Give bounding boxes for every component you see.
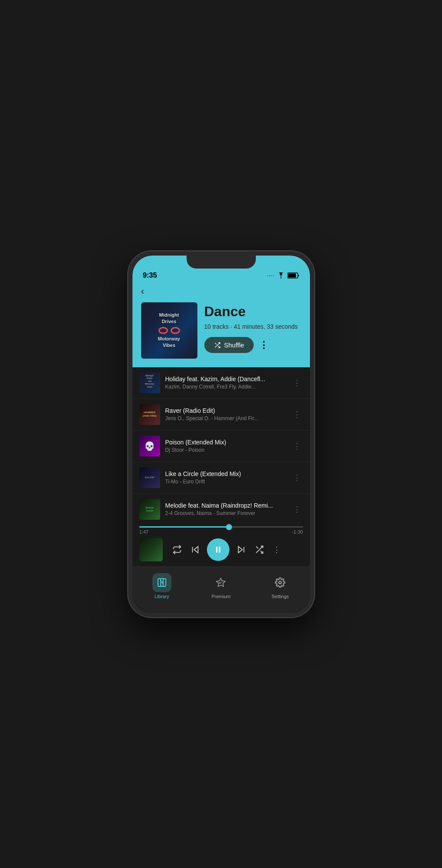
track-info-1: Holiday feat. Kazim, Addie (Dancefl... K…	[165, 376, 286, 390]
premium-icon	[216, 577, 226, 588]
library-label: Library	[155, 594, 169, 599]
shuffle-player-button[interactable]	[250, 542, 268, 557]
track-info-3: Poison (Extended Mix) Dj Stoor - Poison	[165, 439, 286, 453]
album-art-eyes	[158, 327, 180, 334]
progress-thumb	[226, 524, 232, 530]
track-more-5[interactable]: ⋮	[291, 503, 303, 516]
repeat-button[interactable]	[168, 542, 186, 557]
current-time: 1:47	[139, 529, 148, 534]
power-button[interactable]	[313, 323, 314, 344]
status-time: 9:35	[143, 271, 157, 280]
track-thumbnail-3: 💀	[139, 436, 160, 457]
more-options-button[interactable]: ⋮	[259, 340, 269, 351]
svg-marker-7	[238, 546, 242, 553]
previous-icon	[190, 545, 200, 554]
track-artist-3: Dj Stoor - Poison	[165, 447, 286, 453]
nav-settings[interactable]: Settings	[262, 571, 298, 601]
shuffle-icon	[214, 342, 221, 349]
track-artist-2: Jens O., Special D. - Hammer (And Fir...	[165, 415, 286, 421]
track-info-4: Like a Circle (Extended Mix) Ti-Mo - Eur…	[165, 470, 286, 485]
track-thumbnail-4: Euro Drift	[139, 467, 160, 488]
svg-point-0	[280, 277, 281, 278]
track-more-4[interactable]: ⋮	[291, 471, 303, 484]
shuffle-button[interactable]: Shuffle	[204, 337, 254, 353]
track-artist-1: Kazim, Danny Cotrell, Fre3 Fly, Addie...	[165, 384, 286, 390]
track-more-1[interactable]: ⋮	[291, 376, 303, 389]
library-icon	[157, 577, 167, 588]
header: ‹ MidnightDrives MotorwayVibes Dance	[132, 282, 310, 367]
settings-icon-wrap	[271, 573, 290, 592]
library-icon-wrap	[152, 573, 171, 592]
shuffle-label: Shuffle	[224, 341, 244, 349]
track-item[interactable]: 💀 Poison (Extended Mix) Dj Stoor - Poiso…	[132, 431, 310, 462]
svg-line-11	[256, 546, 258, 548]
settings-icon	[275, 577, 285, 588]
track-item[interactable]: HAMMER(AND FIRE) Raver (Radio Edit) Jens…	[132, 399, 310, 431]
svg-point-13	[279, 581, 281, 584]
album-art-title: MidnightDrives	[159, 312, 179, 325]
svg-rect-2	[288, 273, 296, 277]
album-info: MidnightDrives MotorwayVibes Dance 10 tr…	[141, 302, 301, 359]
svg-marker-3	[194, 546, 198, 553]
volume-up-button[interactable]	[128, 312, 129, 325]
track-artist-4: Ti-Mo - Euro Drift	[165, 479, 286, 485]
track-name-4: Like a Circle (Extended Mix)	[165, 470, 286, 477]
status-bar: 9:35 ····	[132, 256, 310, 282]
track-more-3[interactable]: ⋮	[291, 440, 303, 453]
progress-track[interactable]	[139, 526, 303, 528]
eye-left	[158, 327, 168, 334]
playlist-meta: 10 tracks · 41 minutes, 33 seconds	[204, 323, 301, 331]
progress-fill	[139, 526, 229, 528]
premium-label: Premium	[211, 594, 230, 599]
track-item[interactable]: SummerForever Melodie feat. Naima (Raind…	[132, 494, 310, 523]
skull-icon: 💀	[139, 436, 160, 457]
screen: 9:35 ···· ‹	[132, 256, 310, 613]
nav-library[interactable]: Library	[144, 571, 180, 601]
pause-button[interactable]	[207, 538, 229, 561]
album-info-text: Dance 10 tracks · 41 minutes, 33 seconds…	[204, 302, 301, 353]
repeat-icon	[172, 545, 182, 554]
previous-button[interactable]	[186, 542, 204, 557]
svg-rect-6	[219, 547, 220, 552]
header-actions: Shuffle ⋮	[204, 337, 301, 353]
phone-frame: 9:35 ···· ‹	[128, 251, 314, 617]
album-art: MidnightDrives MotorwayVibes	[141, 302, 197, 359]
player-controls: ⋮	[139, 536, 303, 563]
track-name-5: Melodie feat. Naima (Raindropz! Remi...	[165, 502, 286, 509]
progress-times: 1:47 -1:30	[139, 529, 303, 534]
progress-container: 1:47 -1:30	[139, 523, 303, 536]
track-list: MidnightDrives⚙⚙MotorwayVibes Holiday fe…	[132, 367, 310, 523]
svg-rect-5	[216, 547, 217, 552]
track-name-2: Raver (Radio Edit)	[165, 407, 286, 414]
wifi-icon	[277, 272, 285, 279]
status-icons: ····	[267, 272, 299, 279]
track-name-1: Holiday feat. Kazim, Addie (Dancefl...	[165, 376, 286, 382]
remaining-time: -1:30	[292, 529, 303, 534]
track-item[interactable]: Euro Drift Like a Circle (Extended Mix) …	[132, 462, 310, 494]
nav-premium[interactable]: Premium	[203, 571, 239, 601]
next-icon	[236, 545, 246, 554]
battery-icon	[287, 272, 300, 279]
track-thumbnail-2: HAMMER(AND FIRE)	[139, 404, 160, 425]
next-button[interactable]	[232, 542, 250, 557]
track-thumb-art-1: MidnightDrives⚙⚙MotorwayVibes	[139, 372, 160, 390]
track-name-3: Poison (Extended Mix)	[165, 439, 286, 446]
album-art-subtitle: MotorwayVibes	[158, 336, 180, 349]
track-thumbnail-1: MidnightDrives⚙⚙MotorwayVibes	[139, 372, 160, 393]
shuffle-player-icon	[255, 545, 264, 554]
player-more-button[interactable]: ⋮	[268, 542, 285, 557]
track-info-5: Melodie feat. Naima (Raindropz! Remi... …	[165, 502, 286, 516]
track-info-2: Raver (Radio Edit) Jens O., Special D. -…	[165, 407, 286, 421]
settings-label: Settings	[271, 594, 289, 599]
bottom-nav: Library Premium Settings	[132, 567, 310, 613]
player-bar: 1:47 -1:30	[132, 523, 310, 567]
premium-icon-wrap	[211, 573, 230, 592]
track-more-2[interactable]: ⋮	[291, 408, 303, 421]
track-item[interactable]: MidnightDrives⚙⚙MotorwayVibes Holiday fe…	[132, 367, 310, 399]
now-playing-art	[139, 538, 163, 561]
pause-icon	[214, 545, 223, 554]
back-button[interactable]: ‹	[141, 286, 144, 297]
track-thumbnail-5: SummerForever	[139, 499, 160, 520]
volume-down-button[interactable]	[128, 331, 129, 344]
signal-dots-icon: ····	[267, 272, 274, 279]
